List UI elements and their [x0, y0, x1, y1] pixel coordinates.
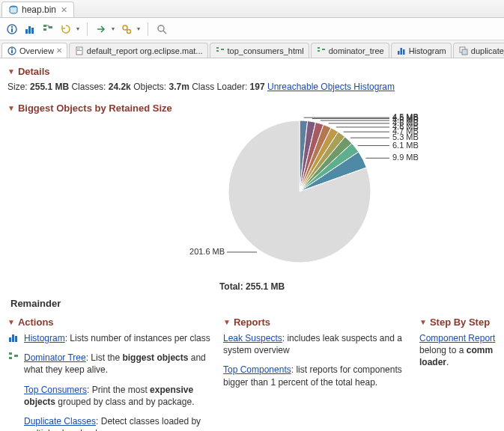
info-icon[interactable] [6, 23, 18, 35]
step-column: ▼ Step By Step Component Report belong t… [419, 314, 497, 431]
hist-icon [396, 46, 407, 56]
section-title: Biggest Objects by Retained Size [18, 103, 172, 114]
remainder-label: Remainder [10, 298, 497, 309]
sub-tab-dominator-tree[interactable]: dominator_tree [311, 43, 389, 58]
section-title: Reports [234, 317, 270, 328]
svg-rect-23 [318, 50, 320, 52]
action-icon [7, 332, 19, 343]
svg-rect-15 [11, 48, 13, 49]
tab-label: duplicate_cl [471, 46, 504, 55]
action-item: Dominator Tree: List the biggest objects… [7, 352, 216, 376]
svg-rect-27 [403, 49, 405, 55]
sub-tab-duplicate-cl[interactable]: duplicate_cl [453, 43, 504, 58]
objects-label: Objects: [133, 82, 166, 92]
action-item: Duplicate Classes: Detect classes loaded… [7, 415, 216, 431]
tab-label: Overview [19, 46, 54, 55]
action-icon [7, 352, 19, 362]
sub-tab-overview[interactable]: Overview ✕ [1, 43, 67, 58]
report-link[interactable]: Leak Suspects [223, 333, 282, 343]
tree-icon [215, 46, 225, 56]
svg-rect-6 [31, 28, 34, 34]
section-step-heading[interactable]: ▼ Step By Step [419, 317, 497, 328]
section-reports-heading[interactable]: ▼ Reports [223, 317, 412, 328]
text: belong to a [419, 345, 467, 355]
file-tab-heapbin[interactable]: heap.bin ✕ [1, 1, 74, 17]
svg-rect-17 [77, 49, 80, 49]
svg-rect-21 [221, 49, 224, 50]
chevron-down-icon[interactable]: ▾ [112, 25, 115, 32]
action-link[interactable]: Duplicate Classes [24, 416, 96, 427]
close-icon[interactable]: ✕ [61, 5, 67, 15]
total-value: 255.1 MB [246, 281, 285, 292]
reports-column: ▼ Reports Leak Suspects: includes leak s… [223, 314, 412, 431]
text: : Lists number of instances per class [65, 333, 210, 343]
sub-tab-histogram[interactable]: Histogram [391, 43, 452, 58]
details-line: Size: 255.1 MB Classes: 24.2k Objects: 3… [7, 82, 497, 92]
db-icon [8, 4, 19, 15]
slice-label: 9.9 MB [392, 153, 419, 162]
section-actions-heading[interactable]: ▼ Actions [7, 317, 216, 328]
classloader-value: 197 [250, 82, 265, 92]
chevron-down-icon[interactable]: ▾ [76, 25, 79, 32]
objects-value: 3.7m [169, 82, 189, 92]
gears-icon[interactable] [121, 23, 133, 35]
svg-rect-34 [9, 357, 12, 359]
classes-value: 24.2k [109, 82, 131, 92]
actions-column: ▼ Actions Histogram: Lists number of ins… [7, 314, 216, 431]
pie-chart: 4.5 MB4.6 MB4.6 MB4.6 MB4.6 MB4.7 MB5.3 … [7, 117, 497, 281]
svg-rect-9 [49, 26, 52, 28]
tab-label: top_consumers_html [228, 46, 304, 55]
bottom-columns: ▼ Actions Histogram: Lists number of ins… [7, 314, 497, 431]
svg-rect-29 [462, 49, 467, 55]
action-link[interactable]: Dominator Tree [24, 352, 86, 363]
size-value: 255.1 MB [30, 82, 69, 92]
tab-label: default_report org.eclipse.mat... [87, 46, 203, 55]
svg-rect-26 [400, 48, 402, 55]
svg-rect-19 [216, 47, 219, 49]
unreachable-link[interactable]: Unreachable Objects Histogram [267, 82, 395, 92]
report-link[interactable]: Top Components [223, 364, 291, 375]
action-item: Top Consumers: Print the most expensive … [7, 384, 216, 408]
svg-rect-30 [9, 337, 11, 342]
twisty-icon: ▼ [7, 104, 15, 112]
component-report-link[interactable]: Component Report [419, 333, 495, 343]
classes-label: Classes: [71, 82, 106, 92]
sub-tab-default-report-org-eclipse-mat-[interactable]: default_report org.eclipse.mat... [69, 43, 208, 58]
svg-rect-18 [77, 50, 82, 51]
svg-point-10 [123, 25, 127, 30]
svg-rect-31 [12, 334, 14, 342]
close-icon[interactable]: ✕ [56, 46, 62, 55]
svg-rect-2 [11, 28, 13, 32]
twisty-icon: ▼ [419, 318, 427, 326]
svg-rect-32 [15, 336, 17, 342]
twisty-icon: ▼ [7, 67, 15, 76]
section-biggest-heading[interactable]: ▼ Biggest Objects by Retained Size [7, 103, 497, 114]
slice-label: 201.6 MB [189, 247, 225, 256]
file-tab-bar: heap.bin ✕ [0, 0, 504, 18]
action-link[interactable]: Top Consumers [24, 385, 87, 395]
report-icon [74, 46, 85, 56]
svg-rect-25 [398, 51, 400, 55]
svg-rect-24 [322, 49, 325, 50]
refresh-icon[interactable] [60, 23, 72, 35]
total-label: Total: [219, 281, 243, 292]
section-title: Step By Step [430, 317, 490, 328]
svg-rect-35 [14, 355, 18, 357]
svg-point-12 [158, 25, 164, 31]
action-item: Histogram: Lists number of instances per… [7, 332, 216, 344]
run-query-icon[interactable] [95, 23, 107, 35]
svg-rect-5 [28, 26, 31, 34]
text: biggest objects [122, 352, 188, 363]
slice-label: 6.1 MB [392, 141, 419, 150]
histogram-icon[interactable] [24, 23, 36, 35]
svg-rect-3 [11, 26, 13, 28]
chevron-down-icon[interactable]: ▾ [137, 25, 140, 32]
text: comm [467, 345, 493, 355]
section-details-heading[interactable]: ▼ Details [7, 66, 497, 77]
tree-icon[interactable] [42, 23, 54, 35]
toolbar-separator [148, 22, 148, 36]
search-icon[interactable] [156, 23, 168, 35]
sub-tab-top-consumers-html[interactable]: top_consumers_html [210, 43, 309, 58]
toolbar-separator [87, 22, 88, 36]
action-link[interactable]: Histogram [24, 333, 65, 343]
